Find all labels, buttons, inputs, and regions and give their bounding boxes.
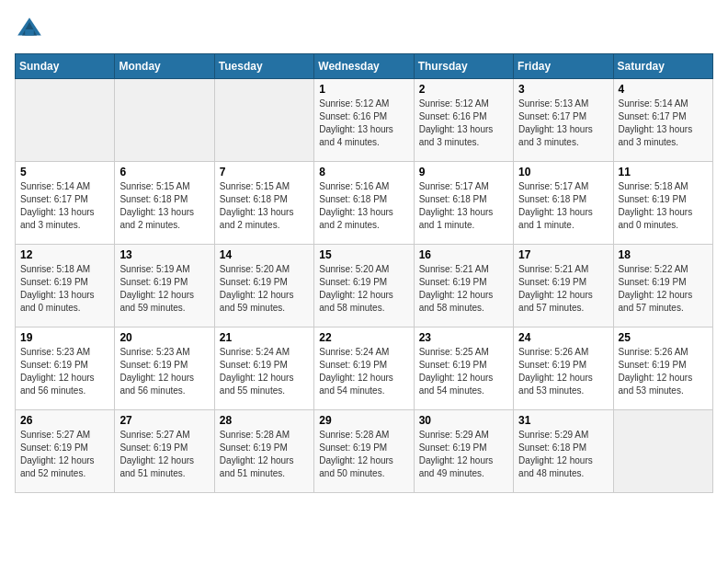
day-number: 13 — [119, 248, 209, 261]
day-info: Sunrise: 5:22 AMSunset: 6:19 PMDaylight:… — [619, 263, 708, 315]
day-number: 25 — [619, 331, 708, 344]
day-info: Sunrise: 5:15 AMSunset: 6:18 PMDaylight:… — [119, 180, 209, 232]
calendar-cell: 27 Sunrise: 5:27 AMSunset: 6:19 PMDaylig… — [115, 410, 214, 493]
day-info: Sunrise: 5:20 AMSunset: 6:19 PMDaylight:… — [319, 263, 408, 315]
calendar-cell: 21 Sunrise: 5:24 AMSunset: 6:19 PMDaylig… — [214, 327, 313, 410]
calendar-cell: 29 Sunrise: 5:28 AMSunset: 6:19 PMDaylig… — [314, 410, 414, 493]
weekday-header: Wednesday — [314, 54, 414, 79]
day-number: 7 — [220, 166, 309, 178]
calendar-cell: 18 Sunrise: 5:22 AMSunset: 6:19 PMDaylig… — [613, 245, 712, 327]
day-info: Sunrise: 5:25 AMSunset: 6:19 PMDaylight:… — [419, 346, 508, 397]
day-info: Sunrise: 5:29 AMSunset: 6:18 PMDaylight:… — [518, 429, 608, 480]
calendar-cell: 31 Sunrise: 5:29 AMSunset: 6:18 PMDaylig… — [514, 410, 613, 493]
day-number: 22 — [319, 331, 408, 344]
calendar-cell: 28 Sunrise: 5:28 AMSunset: 6:19 PMDaylig… — [214, 410, 313, 493]
day-info: Sunrise: 5:24 AMSunset: 6:19 PMDaylight:… — [220, 346, 309, 397]
logo — [15, 15, 50, 44]
calendar-cell: 2 Sunrise: 5:12 AMSunset: 6:16 PMDayligh… — [414, 79, 513, 162]
weekday-header: Friday — [514, 54, 613, 79]
day-number: 10 — [518, 166, 608, 178]
calendar-cell — [214, 79, 313, 162]
calendar-body: 1 Sunrise: 5:12 AMSunset: 6:16 PMDayligh… — [16, 79, 713, 493]
day-info: Sunrise: 5:28 AMSunset: 6:19 PMDaylight:… — [220, 429, 309, 480]
calendar-cell: 10 Sunrise: 5:17 AMSunset: 6:18 PMDaylig… — [514, 162, 613, 245]
calendar-cell: 16 Sunrise: 5:21 AMSunset: 6:19 PMDaylig… — [414, 245, 513, 327]
day-info: Sunrise: 5:26 AMSunset: 6:19 PMDaylight:… — [518, 346, 608, 397]
day-number: 9 — [419, 166, 508, 178]
calendar-cell: 14 Sunrise: 5:20 AMSunset: 6:19 PMDaylig… — [214, 245, 313, 327]
day-number: 1 — [319, 83, 408, 96]
weekday-header: Thursday — [414, 54, 513, 79]
calendar-cell: 11 Sunrise: 5:18 AMSunset: 6:19 PMDaylig… — [613, 162, 712, 245]
day-number: 24 — [518, 331, 608, 344]
weekday-header: Monday — [115, 54, 214, 79]
day-info: Sunrise: 5:17 AMSunset: 6:18 PMDaylight:… — [518, 180, 608, 232]
day-info: Sunrise: 5:18 AMSunset: 6:19 PMDaylight:… — [20, 263, 109, 315]
calendar-cell: 23 Sunrise: 5:25 AMSunset: 6:19 PMDaylig… — [414, 327, 513, 410]
day-number: 17 — [518, 248, 608, 261]
calendar-week-row: 26 Sunrise: 5:27 AMSunset: 6:19 PMDaylig… — [16, 410, 713, 493]
day-info: Sunrise: 5:17 AMSunset: 6:18 PMDaylight:… — [419, 180, 508, 232]
calendar-cell: 25 Sunrise: 5:26 AMSunset: 6:19 PMDaylig… — [613, 327, 712, 410]
day-info: Sunrise: 5:15 AMSunset: 6:18 PMDaylight:… — [220, 180, 309, 232]
calendar-table: SundayMondayTuesdayWednesdayThursdayFrid… — [15, 53, 713, 493]
calendar-cell: 7 Sunrise: 5:15 AMSunset: 6:18 PMDayligh… — [214, 162, 313, 245]
calendar-week-row: 1 Sunrise: 5:12 AMSunset: 6:16 PMDayligh… — [16, 79, 713, 162]
calendar-cell: 30 Sunrise: 5:29 AMSunset: 6:19 PMDaylig… — [414, 410, 513, 493]
day-info: Sunrise: 5:14 AMSunset: 6:17 PMDaylight:… — [619, 98, 708, 149]
day-number: 5 — [20, 166, 109, 178]
day-info: Sunrise: 5:21 AMSunset: 6:19 PMDaylight:… — [518, 263, 608, 315]
calendar-cell: 3 Sunrise: 5:13 AMSunset: 6:17 PMDayligh… — [514, 79, 613, 162]
calendar-week-row: 19 Sunrise: 5:23 AMSunset: 6:19 PMDaylig… — [16, 327, 713, 410]
day-info: Sunrise: 5:14 AMSunset: 6:17 PMDaylight:… — [20, 180, 109, 232]
day-info: Sunrise: 5:24 AMSunset: 6:19 PMDaylight:… — [319, 346, 408, 397]
calendar-cell: 6 Sunrise: 5:15 AMSunset: 6:18 PMDayligh… — [115, 162, 214, 245]
day-number: 23 — [419, 331, 508, 344]
day-info: Sunrise: 5:13 AMSunset: 6:17 PMDaylight:… — [518, 98, 608, 149]
calendar-cell — [613, 410, 712, 493]
day-number: 15 — [319, 248, 408, 261]
day-number: 26 — [20, 414, 109, 427]
day-number: 12 — [20, 248, 109, 261]
day-info: Sunrise: 5:23 AMSunset: 6:19 PMDaylight:… — [119, 346, 209, 397]
day-number: 28 — [220, 414, 309, 427]
calendar-cell: 8 Sunrise: 5:16 AMSunset: 6:18 PMDayligh… — [314, 162, 414, 245]
day-info: Sunrise: 5:12 AMSunset: 6:16 PMDaylight:… — [319, 98, 408, 149]
day-info: Sunrise: 5:28 AMSunset: 6:19 PMDaylight:… — [319, 429, 408, 480]
day-number: 27 — [119, 414, 209, 427]
weekday-header: Tuesday — [214, 54, 313, 79]
day-info: Sunrise: 5:21 AMSunset: 6:19 PMDaylight:… — [419, 263, 508, 315]
day-info: Sunrise: 5:12 AMSunset: 6:16 PMDaylight:… — [419, 98, 508, 149]
header-row: SundayMondayTuesdayWednesdayThursdayFrid… — [16, 54, 713, 79]
logo-icon — [15, 15, 44, 44]
day-info: Sunrise: 5:23 AMSunset: 6:19 PMDaylight:… — [20, 346, 109, 397]
day-number: 2 — [419, 83, 508, 96]
calendar-cell: 17 Sunrise: 5:21 AMSunset: 6:19 PMDaylig… — [514, 245, 613, 327]
day-number: 14 — [220, 248, 309, 261]
day-number: 8 — [319, 166, 408, 178]
calendar-cell: 22 Sunrise: 5:24 AMSunset: 6:19 PMDaylig… — [314, 327, 414, 410]
calendar-cell: 4 Sunrise: 5:14 AMSunset: 6:17 PMDayligh… — [613, 79, 712, 162]
calendar-cell: 24 Sunrise: 5:26 AMSunset: 6:19 PMDaylig… — [514, 327, 613, 410]
day-info: Sunrise: 5:16 AMSunset: 6:18 PMDaylight:… — [319, 180, 408, 232]
day-number: 11 — [619, 166, 708, 178]
day-number: 3 — [518, 83, 608, 96]
day-number: 21 — [220, 331, 309, 344]
calendar-header: SundayMondayTuesdayWednesdayThursdayFrid… — [16, 54, 713, 79]
calendar-week-row: 12 Sunrise: 5:18 AMSunset: 6:19 PMDaylig… — [16, 245, 713, 327]
day-info: Sunrise: 5:20 AMSunset: 6:19 PMDaylight:… — [220, 263, 309, 315]
calendar-cell: 12 Sunrise: 5:18 AMSunset: 6:19 PMDaylig… — [16, 245, 115, 327]
calendar-cell: 26 Sunrise: 5:27 AMSunset: 6:19 PMDaylig… — [16, 410, 115, 493]
day-number: 29 — [319, 414, 408, 427]
calendar-cell — [16, 79, 115, 162]
day-info: Sunrise: 5:27 AMSunset: 6:19 PMDaylight:… — [119, 429, 209, 480]
day-number: 6 — [119, 166, 209, 178]
day-number: 19 — [20, 331, 109, 344]
calendar-week-row: 5 Sunrise: 5:14 AMSunset: 6:17 PMDayligh… — [16, 162, 713, 245]
day-number: 16 — [419, 248, 508, 261]
day-number: 4 — [619, 83, 708, 96]
calendar-cell: 5 Sunrise: 5:14 AMSunset: 6:17 PMDayligh… — [16, 162, 115, 245]
svg-rect-2 — [25, 29, 34, 35]
weekday-header: Sunday — [16, 54, 115, 79]
day-info: Sunrise: 5:18 AMSunset: 6:19 PMDaylight:… — [619, 180, 708, 232]
